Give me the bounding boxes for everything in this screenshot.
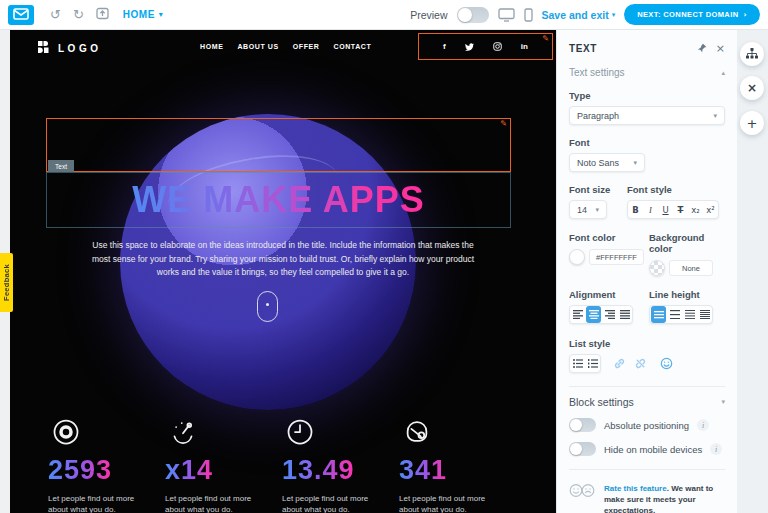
stat-value: x14 — [165, 455, 213, 486]
instagram-icon[interactable] — [493, 42, 502, 51]
linkedin-icon[interactable]: in — [521, 42, 528, 51]
page-dropdown[interactable]: HOME ▾ — [123, 9, 164, 20]
line-height-4-button[interactable] — [697, 306, 712, 323]
numbered-list-button[interactable] — [585, 355, 600, 372]
stat-item[interactable]: x14 Let people find out more about what … — [165, 417, 282, 513]
heading-selection-box[interactable]: WE MAKE APPS — [46, 172, 511, 228]
top-toolbar: ↺ ↻ HOME ▾ Preview Save and exit ▾ NEXT:… — [0, 0, 768, 30]
upload-icon[interactable] — [96, 7, 109, 22]
bold-button[interactable]: B — [628, 201, 643, 218]
font-size-select[interactable]: 14 ▾ — [569, 200, 607, 219]
nav-item-contact[interactable]: CONTACT — [334, 43, 372, 50]
site-logo[interactable]: LOGO — [38, 39, 101, 57]
alignment-group — [569, 305, 633, 324]
align-right-button[interactable] — [602, 306, 617, 323]
font-color-swatch[interactable] — [569, 249, 585, 265]
feedback-tab[interactable]: Feedback — [0, 253, 13, 312]
hide-on-mobile-toggle[interactable] — [569, 442, 596, 456]
stat-item[interactable]: 13.49 Let people find out more about wha… — [282, 417, 399, 513]
rate-feature-text: Rate this feature. We want to make sure … — [604, 483, 725, 513]
align-left-button[interactable] — [570, 306, 585, 323]
strikethrough-button[interactable]: T — [673, 201, 688, 218]
brand-button[interactable] — [8, 5, 34, 25]
subscript-button[interactable]: x₂ — [688, 201, 703, 218]
background-color-value[interactable]: None — [669, 260, 713, 276]
edit-pencil-icon[interactable]: ✎ — [500, 120, 507, 128]
save-and-exit-dropdown[interactable]: Save and exit ▾ — [542, 9, 616, 21]
right-rail: × + — [737, 30, 768, 513]
align-justify-button[interactable] — [617, 306, 632, 323]
mobile-icon[interactable] — [524, 8, 533, 22]
hero-paragraph[interactable]: Use this space to elaborate on the ideas… — [85, 239, 481, 280]
close-icon: × — [747, 81, 757, 95]
underline-button[interactable]: U — [658, 201, 673, 218]
divider — [569, 386, 725, 387]
font-label: Font — [569, 137, 725, 148]
close-editor-button[interactable]: × — [740, 76, 764, 100]
rate-feature-link[interactable]: Rate this feature — [604, 484, 667, 493]
desktop-icon[interactable] — [498, 8, 515, 22]
panel-title: TEXT — [569, 43, 597, 54]
chevron-down-icon: ▾ — [595, 206, 599, 214]
chevron-down-icon: ▾ — [713, 112, 717, 120]
layers-button[interactable] — [740, 42, 764, 66]
redo-icon[interactable]: ↻ — [73, 8, 84, 21]
close-icon[interactable]: × — [716, 42, 725, 55]
rate-faces-icon — [569, 483, 595, 513]
absolute-positioning-toggle[interactable] — [569, 418, 596, 432]
stat-caption: Let people find out more about what you … — [282, 493, 382, 513]
chevron-up-icon: ▴ — [721, 69, 725, 77]
stat-caption: Let people find out more about what you … — [165, 493, 265, 513]
type-select[interactable]: Paragraph ▾ — [569, 106, 725, 125]
stat-item[interactable]: 341 Let people find out more about what … — [399, 417, 516, 513]
background-color-swatch[interactable] — [649, 260, 665, 276]
stat-item[interactable]: 2593 Let people find out more about what… — [48, 417, 165, 513]
block-settings-header[interactable]: Block settings ▾ — [569, 396, 725, 408]
font-style-group: B I U T x₂ x² — [627, 200, 719, 219]
absolute-positioning-label: Absolute positioning — [604, 420, 689, 431]
facebook-icon[interactable]: f — [443, 42, 446, 51]
undo-icon[interactable]: ↺ — [50, 8, 61, 21]
superscript-button[interactable]: x² — [703, 201, 718, 218]
next-connect-domain-button[interactable]: NEXT: CONNECT DOMAIN › — [624, 4, 760, 25]
nav-item-about-us[interactable]: ABOUT US — [237, 43, 278, 50]
nav-item-home[interactable]: HOME — [200, 43, 223, 50]
stat-value: 2593 — [48, 455, 112, 486]
bullet-list-button[interactable] — [570, 355, 585, 372]
hero-heading[interactable]: WE MAKE APPS — [132, 179, 425, 221]
page-name: HOME — [123, 9, 155, 20]
preview-toggle[interactable] — [457, 7, 489, 23]
info-icon[interactable]: i — [710, 443, 722, 455]
record-icon — [51, 433, 81, 450]
link-icon[interactable] — [613, 357, 626, 370]
line-height-2-button[interactable] — [667, 306, 682, 323]
font-color-value[interactable]: #FFFFFFFF — [589, 249, 644, 265]
line-height-label: Line height — [649, 289, 725, 300]
pin-icon[interactable] — [697, 43, 707, 55]
preview-label: Preview — [410, 9, 447, 21]
stat-value: 341 — [399, 455, 447, 486]
scroll-indicator-icon[interactable] — [257, 291, 278, 322]
font-select[interactable]: Noto Sans ▾ — [569, 153, 645, 172]
text-block-selection-box[interactable]: ✎ — [46, 118, 511, 172]
social-icons-selection-box[interactable]: ✎ f in — [418, 33, 553, 60]
alignment-label: Alignment — [569, 289, 649, 300]
emoji-icon[interactable] — [660, 357, 673, 370]
element-type-tab: Text — [48, 160, 74, 172]
nav-item-offer[interactable]: OFFER — [293, 43, 320, 50]
line-height-group — [649, 305, 713, 324]
line-height-3-button[interactable] — [682, 306, 697, 323]
align-center-button[interactable] — [586, 306, 601, 323]
toggle-knob — [570, 419, 582, 431]
text-settings-panel: TEXT × Text settings ▴ Type Paragraph ▾ … — [556, 30, 737, 513]
add-element-button[interactable]: + — [740, 111, 764, 135]
sitemap-icon — [746, 45, 758, 63]
line-height-1-button[interactable] — [651, 306, 666, 323]
info-icon[interactable]: i — [697, 419, 709, 431]
text-settings-section-header[interactable]: Text settings ▴ — [569, 67, 725, 78]
italic-button[interactable]: I — [643, 201, 658, 218]
edit-pencil-icon[interactable]: ✎ — [542, 35, 549, 43]
site-canvas: LOGO HOME ABOUT US OFFER CONTACT ✎ f in — [10, 30, 556, 513]
unlink-icon[interactable] — [634, 357, 647, 370]
twitter-icon[interactable] — [465, 43, 474, 51]
